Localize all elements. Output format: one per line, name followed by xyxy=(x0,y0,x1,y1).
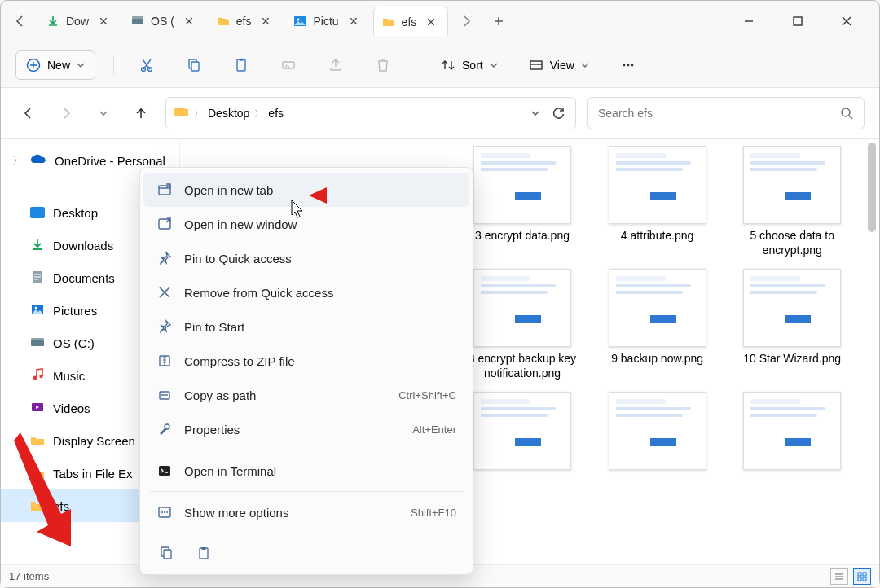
drive-icon xyxy=(30,336,45,350)
tab-efs-1[interactable]: efs xyxy=(209,7,283,36)
refresh-icon[interactable] xyxy=(551,106,565,121)
ctx-open-new-window[interactable]: Open in new window xyxy=(143,207,469,241)
ctx-shortcut: Ctrl+Shift+C xyxy=(398,389,456,402)
annotation-arrow xyxy=(14,432,87,546)
tab-history-forward[interactable] xyxy=(451,7,481,36)
thumbnail xyxy=(473,392,571,470)
drive-icon xyxy=(131,15,144,28)
tab-efs-active[interactable]: efs xyxy=(373,7,449,36)
ctx-open-terminal[interactable]: Open in Terminal xyxy=(143,454,469,488)
minimize-button[interactable] xyxy=(734,9,763,33)
search-input[interactable] xyxy=(598,107,794,120)
file-item[interactable] xyxy=(460,392,585,470)
ctx-open-new-tab[interactable]: Open in new tab xyxy=(143,173,469,207)
new-button[interactable]: New xyxy=(15,50,95,80)
sidebar-label: Desktop xyxy=(53,206,98,220)
svg-point-25 xyxy=(39,374,42,377)
search-box[interactable] xyxy=(587,97,865,129)
icons-view-button[interactable] xyxy=(853,568,871,585)
file-item[interactable]: 3 encrypt data.png xyxy=(460,146,585,257)
more-icon xyxy=(156,504,173,520)
ctx-pin-quick-access[interactable]: Pin to Quick access xyxy=(143,241,469,275)
ctx-label: Pin to Quick access xyxy=(184,252,292,265)
svg-rect-29 xyxy=(858,577,861,581)
pictures-icon xyxy=(293,15,306,28)
sort-button[interactable]: Sort xyxy=(434,50,504,80)
separator xyxy=(416,55,416,75)
close-icon[interactable] xyxy=(257,13,274,29)
close-icon[interactable] xyxy=(95,13,112,29)
nav-back[interactable] xyxy=(15,100,42,126)
new-tab-button[interactable] xyxy=(484,7,513,36)
file-item[interactable]: 4 attribute.png xyxy=(595,146,720,257)
svg-rect-10 xyxy=(237,59,245,71)
thumbnail xyxy=(473,146,571,224)
chevron-right-icon[interactable]: 〉 xyxy=(12,155,22,167)
desktop-icon xyxy=(30,207,45,218)
view-button[interactable]: View xyxy=(522,50,596,80)
close-icon[interactable] xyxy=(345,13,362,29)
rename-button[interactable]: A xyxy=(274,50,303,80)
close-icon[interactable] xyxy=(181,13,197,29)
chevron-right-icon: 〉 xyxy=(194,108,203,120)
breadcrumb-bar[interactable]: 〉 Desktop 〉 efs xyxy=(165,97,576,129)
sidebar-label: Videos xyxy=(53,402,90,415)
ctx-copy-path[interactable]: Copy as path Ctrl+Shift+C xyxy=(143,378,469,412)
ctx-label: Open in new window xyxy=(184,217,297,231)
file-item[interactable]: 5 choose data to encrypt.png xyxy=(729,146,855,257)
details-view-button[interactable] xyxy=(830,568,848,585)
copy-button[interactable] xyxy=(155,542,178,564)
ctx-show-more[interactable]: Show more options Shift+F10 xyxy=(143,495,469,529)
breadcrumb-part[interactable]: Desktop xyxy=(208,107,249,120)
thumbnail xyxy=(473,269,571,347)
sidebar-label: OS (C:) xyxy=(53,336,95,350)
tab-downloads[interactable]: Dow xyxy=(38,7,120,36)
cut-button[interactable] xyxy=(132,50,161,80)
file-item[interactable] xyxy=(595,392,720,470)
download-icon xyxy=(46,15,59,28)
folder-icon xyxy=(173,105,189,121)
nav-forward[interactable] xyxy=(53,100,79,126)
tab-os-drive[interactable]: OS ( xyxy=(123,7,205,36)
close-icon[interactable] xyxy=(423,14,439,30)
maximize-button[interactable] xyxy=(783,9,812,33)
separator xyxy=(150,450,463,450)
file-item[interactable] xyxy=(729,392,855,470)
paste-button[interactable] xyxy=(227,50,256,80)
annotation-arrow xyxy=(309,184,415,207)
status-text: 17 items xyxy=(9,570,49,582)
file-item[interactable]: 8 encrypt backup key notification.png xyxy=(460,269,585,380)
vertical-scrollbar[interactable] xyxy=(868,143,876,561)
ctx-properties[interactable]: Properties Alt+Enter xyxy=(143,412,469,446)
ctx-remove-quick-access[interactable]: Remove from Quick access xyxy=(143,275,469,309)
ctx-compress-zip[interactable]: Compress to ZIP file xyxy=(143,344,469,378)
svg-rect-11 xyxy=(240,58,244,60)
share-button[interactable] xyxy=(321,50,350,80)
svg-rect-1 xyxy=(132,16,143,19)
cursor-icon xyxy=(291,200,306,222)
thumbnail xyxy=(743,146,841,224)
svg-point-16 xyxy=(627,64,629,66)
more-button[interactable] xyxy=(614,50,643,80)
nav-up[interactable] xyxy=(128,100,154,126)
chevron-down-icon[interactable] xyxy=(531,109,539,117)
sort-icon xyxy=(441,58,455,72)
tab-history-back[interactable] xyxy=(6,7,35,36)
tab-pictures[interactable]: Pictu xyxy=(285,7,369,36)
paste-button[interactable] xyxy=(192,542,215,564)
title-bar: Dow OS ( efs xyxy=(1,1,879,42)
svg-point-18 xyxy=(842,108,850,116)
breadcrumb-part[interactable]: efs xyxy=(268,107,284,120)
nav-recent[interactable] xyxy=(90,100,117,126)
copy-button[interactable] xyxy=(179,50,209,80)
delete-button[interactable] xyxy=(368,50,398,80)
svg-rect-42 xyxy=(164,550,171,559)
ctx-pin-start[interactable]: Pin to Start xyxy=(143,309,469,344)
sidebar-label: Pictures xyxy=(53,304,97,318)
file-item[interactable]: 9 backup now.png xyxy=(595,269,720,380)
svg-rect-4 xyxy=(794,17,802,25)
file-label: 9 backup now.png xyxy=(611,352,703,366)
ctx-label: Open in new tab xyxy=(184,183,273,197)
file-item[interactable]: 10 Star Wizard.png xyxy=(729,269,855,380)
close-button[interactable] xyxy=(832,9,861,33)
